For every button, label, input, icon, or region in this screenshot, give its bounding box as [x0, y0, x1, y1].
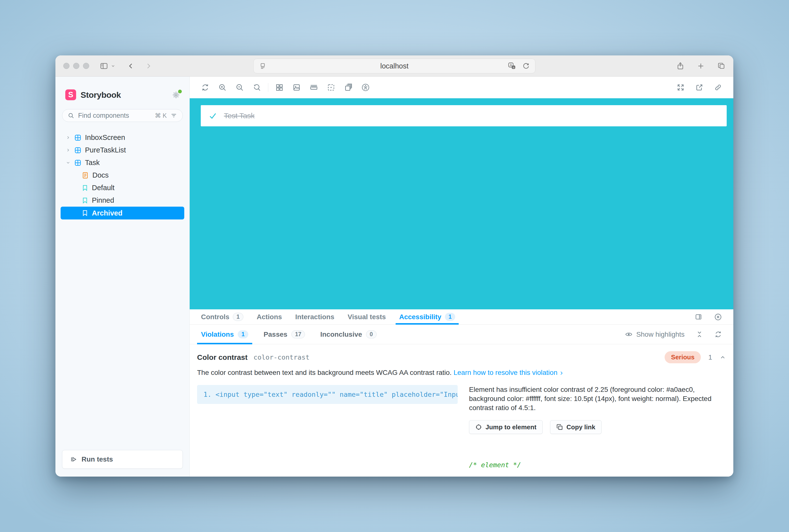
- violation-title: Color contrast: [197, 353, 248, 362]
- filter-icon[interactable]: [170, 112, 177, 119]
- chevron-down-icon: [111, 64, 115, 68]
- play-icon: [70, 456, 77, 463]
- remount-button[interactable]: [201, 83, 209, 92]
- forward-button[interactable]: [145, 62, 152, 70]
- story-stack-button[interactable]: [344, 83, 353, 92]
- addon-panel: Controls 1 Actions Interactions Visual t…: [190, 309, 733, 477]
- subtab-label: Passes: [264, 330, 287, 338]
- a11y-subtab-bar: Violations 1 Passes 17 Inconclusive 0: [190, 325, 733, 344]
- subtab-passes[interactable]: Passes 17: [264, 325, 305, 344]
- subtab-badge: 1: [238, 330, 248, 338]
- sidebar-item-docs[interactable]: Docs: [55, 169, 189, 182]
- crosshair-icon: [475, 424, 482, 431]
- search-icon: [68, 112, 74, 119]
- show-highlights-toggle[interactable]: Show highlights: [625, 330, 684, 338]
- open-new-tab-button[interactable]: [695, 83, 703, 91]
- notification-dot: [178, 90, 182, 93]
- sidebar-item-inboxscreen[interactable]: InboxScreen: [55, 131, 189, 144]
- panel-position-button[interactable]: [695, 313, 702, 321]
- sidebar-item-task[interactable]: Task: [55, 156, 189, 169]
- zoom-reset-button[interactable]: [253, 83, 261, 92]
- zoom-in-icon: [218, 83, 227, 92]
- tab-label: Controls: [201, 313, 229, 321]
- tab-actions[interactable]: Actions: [257, 309, 282, 324]
- sidebar-item-default[interactable]: Default: [55, 182, 189, 194]
- subtab-violations[interactable]: Violations 1: [201, 325, 248, 344]
- background-button[interactable]: [293, 83, 301, 92]
- close-circle-icon: [714, 313, 722, 321]
- outline-button[interactable]: [327, 83, 335, 92]
- sidebar-item-archived[interactable]: Archived: [61, 207, 184, 220]
- external-link-icon: [695, 83, 703, 91]
- subtab-inconclusive[interactable]: Inconclusive 0: [320, 325, 376, 344]
- minimize-window-button[interactable]: [73, 63, 79, 69]
- accessibility-icon: [361, 83, 370, 92]
- checkmark-icon[interactable]: [209, 112, 217, 120]
- panel-tab-bar: Controls 1 Actions Interactions Visual t…: [190, 309, 733, 325]
- violation-element-summary: 1. <input type="text" readonly="" name="…: [204, 391, 458, 398]
- sync-icon: [201, 83, 209, 92]
- copy-link-button[interactable]: Copy link: [550, 420, 602, 434]
- collapse-all-button[interactable]: [696, 331, 703, 338]
- tab-controls[interactable]: Controls 1: [201, 309, 243, 324]
- share-button[interactable]: [676, 62, 684, 70]
- panel-position-icon: [695, 313, 702, 321]
- search-input[interactable]: [78, 112, 151, 119]
- back-button[interactable]: [127, 62, 134, 70]
- task-item[interactable]: Test Task: [201, 105, 727, 126]
- violation-detail: Element has insufficient color contrast …: [469, 385, 726, 477]
- settings-button[interactable]: [172, 91, 180, 99]
- fullscreen-button[interactable]: [677, 83, 684, 91]
- zoom-window-button[interactable]: [83, 63, 89, 69]
- new-tab-button[interactable]: [697, 62, 705, 70]
- tab-overview-icon: [717, 62, 726, 70]
- sidebar-toggle-button[interactable]: [99, 61, 108, 71]
- refresh-icon: [714, 330, 722, 338]
- sidebar-item-label: Pinned: [92, 196, 114, 205]
- subtab-label: Inconclusive: [320, 330, 362, 338]
- tab-overview-button[interactable]: [717, 62, 726, 70]
- tab-interactions[interactable]: Interactions: [295, 309, 335, 324]
- close-window-button[interactable]: [63, 63, 70, 69]
- chevron-right-icon: [145, 62, 152, 70]
- tab-accessibility[interactable]: Accessibility 1: [399, 309, 455, 324]
- storybook-logo: S: [65, 90, 76, 100]
- zoom-reset-icon: [253, 83, 261, 92]
- chevron-right-icon: [65, 135, 71, 140]
- viewport-button[interactable]: [275, 83, 283, 92]
- subtab-label: Violations: [201, 330, 234, 338]
- subtab-badge: 0: [366, 330, 377, 338]
- layers-icon: [344, 83, 353, 92]
- copy-canvas-link-button[interactable]: [714, 83, 722, 91]
- sidebar-item-label: Docs: [92, 171, 109, 179]
- accessibility-button[interactable]: [361, 83, 370, 92]
- canvas-toolbar: [190, 77, 733, 98]
- violation-rule-id: color-contrast: [253, 354, 309, 361]
- sidebar-menu-button[interactable]: [111, 64, 115, 68]
- run-tests-label: Run tests: [81, 455, 113, 463]
- search-box: ⌘ K: [62, 109, 183, 122]
- tab-visual-tests[interactable]: Visual tests: [347, 309, 386, 324]
- collapse-violation-button[interactable]: [719, 354, 726, 361]
- run-tests-button[interactable]: Run tests: [62, 450, 183, 469]
- jump-to-element-button[interactable]: Jump to element: [469, 420, 543, 434]
- sidebar-item-puretasklist[interactable]: PureTaskList: [55, 144, 189, 156]
- app-title: Storybook: [80, 90, 121, 100]
- zoom-out-button[interactable]: [236, 83, 244, 92]
- collapse-icon: [696, 331, 703, 338]
- violation-element-item[interactable]: 1. <input type="text" readonly="" name="…: [197, 385, 458, 404]
- zoom-in-button[interactable]: [218, 83, 227, 92]
- chevron-left-icon: [127, 62, 134, 70]
- link-chevron-icon: [559, 371, 564, 376]
- measure-button[interactable]: [309, 83, 318, 92]
- eye-icon: [625, 330, 633, 338]
- rerun-tests-button[interactable]: [714, 330, 722, 338]
- close-panel-button[interactable]: [714, 313, 722, 321]
- sidebar-item-label: Default: [92, 184, 115, 192]
- resolve-violation-link[interactable]: Learn how to resolve this violation: [453, 369, 558, 376]
- violation-detail-text: Element has insufficient color contrast …: [469, 385, 726, 412]
- zoom-out-icon: [236, 83, 244, 92]
- bookmark-icon: [81, 185, 89, 191]
- sidebar-item-pinned[interactable]: Pinned: [55, 194, 189, 207]
- address-bar[interactable]: localhost Aa: [253, 59, 536, 73]
